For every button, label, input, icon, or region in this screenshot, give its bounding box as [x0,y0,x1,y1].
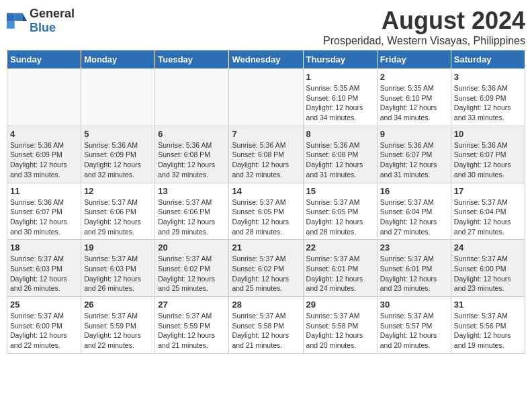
calendar-cell: 14Sunrise: 5:37 AM Sunset: 6:05 PM Dayli… [229,183,303,240]
day-info: Sunrise: 5:36 AM Sunset: 6:08 PM Dayligh… [158,140,226,180]
day-number: 23 [380,242,448,253]
svg-rect-3 [7,21,15,29]
calendar-header-friday: Friday [377,50,451,69]
calendar-cell: 15Sunrise: 5:37 AM Sunset: 6:05 PM Dayli… [303,183,377,240]
day-info: Sunrise: 5:37 AM Sunset: 6:02 PM Dayligh… [158,254,226,293]
page-header: General Blue August 2024 Prosperidad, We… [7,7,525,47]
logo-text-general: General [30,7,75,20]
logo: General Blue [7,7,75,35]
month-title: August 2024 [323,7,525,35]
calendar-cell [81,69,155,126]
calendar-header-row: SundayMondayTuesdayWednesdayThursdayFrid… [7,50,525,69]
day-number: 14 [232,186,300,196]
day-number: 4 [10,129,78,139]
calendar-cell: 19Sunrise: 5:37 AM Sunset: 6:03 PM Dayli… [81,240,155,297]
calendar-week-row: 1Sunrise: 5:35 AM Sunset: 6:10 PM Daylig… [7,69,525,126]
day-number: 22 [306,242,374,253]
calendar-cell: 25Sunrise: 5:37 AM Sunset: 6:00 PM Dayli… [7,297,81,354]
day-number: 24 [454,242,522,253]
calendar-header-saturday: Saturday [451,50,525,69]
calendar-cell: 18Sunrise: 5:37 AM Sunset: 6:03 PM Dayli… [7,240,81,297]
calendar-cell: 10Sunrise: 5:36 AM Sunset: 6:07 PM Dayli… [451,126,525,183]
day-info: Sunrise: 5:35 AM Sunset: 6:10 PM Dayligh… [380,83,448,123]
calendar-week-row: 4Sunrise: 5:36 AM Sunset: 6:09 PM Daylig… [7,126,525,183]
day-info: Sunrise: 5:37 AM Sunset: 5:57 PM Dayligh… [380,311,448,351]
day-info: Sunrise: 5:37 AM Sunset: 5:56 PM Dayligh… [454,311,522,351]
calendar-cell: 1Sunrise: 5:35 AM Sunset: 6:10 PM Daylig… [303,69,377,126]
calendar-header-sunday: Sunday [7,50,81,69]
calendar-cell [7,69,81,126]
day-info: Sunrise: 5:36 AM Sunset: 6:09 PM Dayligh… [454,83,522,123]
calendar-cell [229,69,303,126]
day-info: Sunrise: 5:37 AM Sunset: 5:58 PM Dayligh… [232,311,300,351]
calendar-cell: 29Sunrise: 5:37 AM Sunset: 5:58 PM Dayli… [303,297,377,354]
day-number: 26 [84,300,152,310]
day-number: 8 [306,129,374,139]
calendar-week-row: 25Sunrise: 5:37 AM Sunset: 6:00 PM Dayli… [7,297,525,354]
calendar-cell: 3Sunrise: 5:36 AM Sunset: 6:09 PM Daylig… [451,69,525,126]
day-info: Sunrise: 5:37 AM Sunset: 6:00 PM Dayligh… [454,254,522,293]
calendar-header-tuesday: Tuesday [155,50,229,69]
day-info: Sunrise: 5:37 AM Sunset: 6:05 PM Dayligh… [306,197,374,237]
day-info: Sunrise: 5:36 AM Sunset: 6:07 PM Dayligh… [10,197,78,237]
calendar-cell: 26Sunrise: 5:37 AM Sunset: 5:59 PM Dayli… [81,297,155,354]
day-number: 29 [306,300,374,310]
day-number: 17 [454,186,522,196]
calendar-cell [155,69,229,126]
day-number: 20 [158,242,226,253]
day-number: 10 [454,129,522,139]
day-info: Sunrise: 5:37 AM Sunset: 6:01 PM Dayligh… [306,254,374,293]
day-info: Sunrise: 5:36 AM Sunset: 6:09 PM Dayligh… [10,140,78,180]
calendar-cell: 11Sunrise: 5:36 AM Sunset: 6:07 PM Dayli… [7,183,81,240]
day-info: Sunrise: 5:37 AM Sunset: 6:05 PM Dayligh… [232,197,300,237]
day-info: Sunrise: 5:36 AM Sunset: 6:08 PM Dayligh… [306,140,374,180]
day-info: Sunrise: 5:37 AM Sunset: 6:04 PM Dayligh… [380,197,448,237]
day-info: Sunrise: 5:37 AM Sunset: 6:02 PM Dayligh… [232,254,300,293]
calendar-table: SundayMondayTuesdayWednesdayThursdayFrid… [7,50,525,354]
day-info: Sunrise: 5:36 AM Sunset: 6:07 PM Dayligh… [380,140,448,180]
calendar-header-monday: Monday [81,50,155,69]
day-info: Sunrise: 5:36 AM Sunset: 6:07 PM Dayligh… [454,140,522,180]
svg-rect-0 [7,13,15,21]
calendar-cell: 8Sunrise: 5:36 AM Sunset: 6:08 PM Daylig… [303,126,377,183]
day-number: 25 [10,300,78,310]
day-info: Sunrise: 5:37 AM Sunset: 6:06 PM Dayligh… [84,197,152,237]
day-number: 5 [84,129,152,139]
calendar-cell: 17Sunrise: 5:37 AM Sunset: 6:04 PM Dayli… [451,183,525,240]
calendar-cell: 9Sunrise: 5:36 AM Sunset: 6:07 PM Daylig… [377,126,451,183]
svg-marker-2 [22,13,27,21]
calendar-header-wednesday: Wednesday [229,50,303,69]
day-number: 12 [84,186,152,196]
day-number: 15 [306,186,374,196]
day-info: Sunrise: 5:36 AM Sunset: 6:08 PM Dayligh… [232,140,300,180]
day-number: 18 [10,242,78,253]
calendar-cell: 4Sunrise: 5:36 AM Sunset: 6:09 PM Daylig… [7,126,81,183]
calendar-cell: 22Sunrise: 5:37 AM Sunset: 6:01 PM Dayli… [303,240,377,297]
day-info: Sunrise: 5:35 AM Sunset: 6:10 PM Dayligh… [306,83,374,123]
day-info: Sunrise: 5:37 AM Sunset: 6:00 PM Dayligh… [10,311,78,351]
day-number: 28 [232,300,300,310]
calendar-header-thursday: Thursday [303,50,377,69]
calendar-cell: 6Sunrise: 5:36 AM Sunset: 6:08 PM Daylig… [155,126,229,183]
day-number: 16 [380,186,448,196]
calendar-cell: 20Sunrise: 5:37 AM Sunset: 6:02 PM Dayli… [155,240,229,297]
location-subtitle: Prosperidad, Western Visayas, Philippine… [323,35,525,47]
calendar-cell: 7Sunrise: 5:36 AM Sunset: 6:08 PM Daylig… [229,126,303,183]
day-info: Sunrise: 5:37 AM Sunset: 6:03 PM Dayligh… [84,254,152,293]
calendar-cell: 30Sunrise: 5:37 AM Sunset: 5:57 PM Dayli… [377,297,451,354]
calendar-cell: 16Sunrise: 5:37 AM Sunset: 6:04 PM Dayli… [377,183,451,240]
day-number: 7 [232,129,300,139]
day-number: 21 [232,242,300,253]
calendar-cell: 24Sunrise: 5:37 AM Sunset: 6:00 PM Dayli… [451,240,525,297]
day-number: 3 [454,72,522,82]
calendar-cell: 12Sunrise: 5:37 AM Sunset: 6:06 PM Dayli… [81,183,155,240]
day-info: Sunrise: 5:37 AM Sunset: 5:59 PM Dayligh… [158,311,226,351]
calendar-cell: 23Sunrise: 5:37 AM Sunset: 6:01 PM Dayli… [377,240,451,297]
calendar-cell: 31Sunrise: 5:37 AM Sunset: 5:56 PM Dayli… [451,297,525,354]
calendar-cell: 28Sunrise: 5:37 AM Sunset: 5:58 PM Dayli… [229,297,303,354]
day-number: 19 [84,242,152,253]
day-number: 1 [306,72,374,82]
day-number: 11 [10,186,78,196]
title-area: August 2024 Prosperidad, Western Visayas… [323,7,525,47]
day-number: 31 [454,300,522,310]
